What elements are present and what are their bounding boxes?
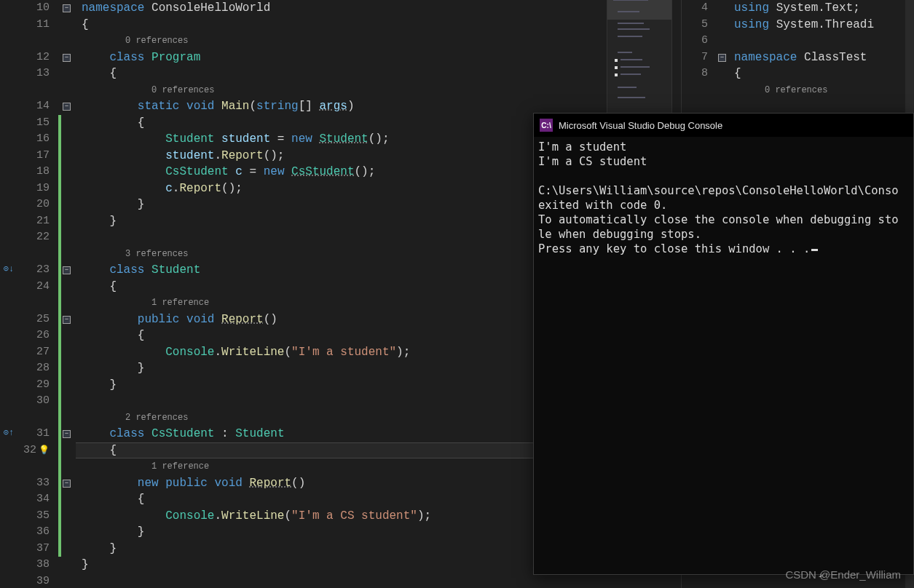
line-number: 35 <box>17 508 50 525</box>
codelens-references[interactable]: 2 references <box>125 410 188 426</box>
line-number: 26 <box>17 327 50 344</box>
fold-toggle[interactable]: − <box>63 480 71 488</box>
codelens-references[interactable]: 3 references <box>125 246 188 263</box>
fold-toggle[interactable]: − <box>63 4 71 12</box>
code-line[interactable]: using System.Threadi <box>734 17 914 33</box>
text-cursor <box>811 249 818 251</box>
line-number: 28 <box>17 360 50 377</box>
debug-console-window[interactable]: C:\ Microsoft Visual Studio Debug Consol… <box>533 113 914 575</box>
line-number: 4 <box>682 0 708 17</box>
line-number: 7 <box>682 49 708 66</box>
console-output: I'm a student I'm a CS student C:\Users\… <box>534 137 913 259</box>
line-number: 19 <box>17 180 50 197</box>
line-number: 5 <box>682 17 708 33</box>
code-line[interactable]: namespace ClassTest <box>734 49 914 66</box>
line-number: 24 <box>17 279 50 295</box>
codelens-references[interactable]: 0 references <box>125 33 188 49</box>
code-line[interactable]: { <box>82 17 681 33</box>
line-number: 18 <box>17 164 50 180</box>
console-titlebar[interactable]: C:\ Microsoft Visual Studio Debug Consol… <box>534 114 913 137</box>
fold-toggle[interactable]: − <box>63 266 71 274</box>
line-number: 12 <box>17 49 50 66</box>
line-number: 13 <box>17 65 50 82</box>
code-line[interactable]: using System.Text; <box>734 0 914 17</box>
code-line[interactable] <box>82 573 681 589</box>
codelens-references[interactable]: 1 reference <box>151 295 209 311</box>
line-number: 32 <box>17 442 50 459</box>
code-line[interactable]: { <box>82 65 681 82</box>
line-number: 6 <box>682 33 708 49</box>
line-number: 25 <box>17 311 50 328</box>
line-number: 29 <box>17 377 50 394</box>
code-line[interactable]: class Program <box>82 49 681 66</box>
console-title: Microsoft Visual Studio Debug Console <box>559 120 722 131</box>
line-number: 27 <box>17 344 50 361</box>
override-glyph-icon[interactable]: ⊙↓ <box>1 263 16 274</box>
minimap[interactable] <box>607 0 672 118</box>
line-number: 30 <box>17 393 50 410</box>
line-number: 11 <box>17 17 50 33</box>
watermark: CSDN @Ender_William <box>785 568 901 581</box>
fold-toggle[interactable]: − <box>63 103 71 111</box>
fold-gutter[interactable]: −−−−−−− <box>61 0 76 588</box>
code-line[interactable]: namespace ConsoleHelloWorld <box>82 0 681 17</box>
line-number: 31 <box>17 426 50 442</box>
line-number: 8 <box>682 65 708 82</box>
line-number: 21 <box>17 213 50 230</box>
line-number: 36 <box>17 524 50 541</box>
override-glyph-icon[interactable]: ⊙↑ <box>1 427 16 438</box>
line-number: 39 <box>17 573 50 589</box>
fold-toggle[interactable]: − <box>63 316 71 324</box>
codelens-references[interactable]: 0 references <box>151 82 214 99</box>
line-number: 23 <box>17 262 50 279</box>
line-number: 14 <box>17 98 50 115</box>
line-number: 33 <box>17 475 50 492</box>
line-number: 37 <box>17 541 50 557</box>
code-line[interactable] <box>734 33 914 49</box>
line-number: 17 <box>17 148 50 164</box>
fold-toggle[interactable]: − <box>63 54 71 62</box>
fold-toggle[interactable]: − <box>718 54 726 62</box>
codelens-references[interactable]: 1 reference <box>151 458 209 475</box>
line-number: 15 <box>17 115 50 132</box>
codelens-references[interactable]: 0 references <box>765 82 827 99</box>
line-number: 20 <box>17 196 50 213</box>
console-icon: C:\ <box>540 119 553 132</box>
fold-toggle[interactable]: − <box>63 430 71 438</box>
glyph-margin: ⊙↓⊙↑ <box>0 0 17 588</box>
line-number: 34 <box>17 491 50 508</box>
line-number-gutter: 1011121314151617181920212223242526272829… <box>17 0 58 588</box>
line-number: 22 <box>17 229 50 246</box>
line-number: 16 <box>17 131 50 148</box>
line-number: 38 <box>17 557 50 573</box>
code-line[interactable]: { <box>734 65 914 82</box>
line-number: 10 <box>17 0 50 17</box>
